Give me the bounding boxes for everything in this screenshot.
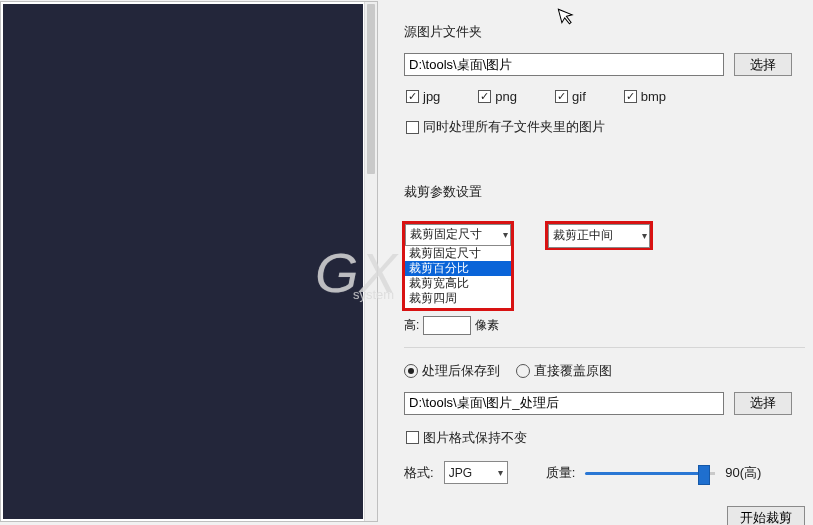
separator: [404, 347, 805, 348]
quality-slider[interactable]: [585, 463, 715, 483]
chevron-down-icon: ▾: [503, 229, 508, 240]
checkbox-keep-format-label: 图片格式保持不变: [423, 429, 527, 447]
slider-track-fill: [585, 472, 702, 475]
preview-image-area: [3, 4, 363, 519]
crop-anchor-dropdown[interactable]: 裁剪正中间 ▾: [545, 221, 653, 250]
check-icon: [555, 90, 568, 103]
format-value: JPG: [449, 466, 472, 480]
height-label: 高:: [404, 317, 419, 334]
chevron-down-icon: ▾: [498, 467, 503, 478]
slider-thumb[interactable]: [698, 465, 710, 485]
settings-pane: 源图片文件夹 选择 jpg png gif: [384, 0, 813, 525]
checkbox-recurse[interactable]: 同时处理所有子文件夹里的图片: [406, 118, 605, 136]
height-input[interactable]: [423, 316, 471, 335]
checkbox-bmp-label: bmp: [641, 89, 666, 104]
crop-mode-selected-label: 裁剪固定尺寸: [410, 226, 482, 243]
check-icon: [406, 90, 419, 103]
crop-title: 裁剪参数设置: [404, 153, 805, 213]
source-path-input[interactable]: [404, 53, 724, 76]
crop-mode-list: 裁剪固定尺寸 裁剪百分比 裁剪宽高比 裁剪四周: [405, 246, 511, 306]
crop-mode-selected[interactable]: 裁剪固定尺寸 ▾: [405, 224, 511, 246]
source-title: 源图片文件夹: [404, 1, 805, 53]
radio-icon: [404, 364, 418, 378]
checkbox-jpg-label: jpg: [423, 89, 440, 104]
output-section: 处理后保存到 直接覆盖原图 选择 图片格式保持不变 格式:: [404, 362, 805, 526]
scroll-thumb[interactable]: [367, 4, 375, 174]
quality-value: 90(高): [725, 464, 761, 482]
format-select[interactable]: JPG ▾: [444, 461, 508, 484]
preview-scrollbar[interactable]: [364, 2, 377, 521]
quality-label: 质量:: [546, 464, 576, 482]
checkbox-jpg[interactable]: jpg: [406, 89, 440, 104]
checkbox-bmp[interactable]: bmp: [624, 89, 666, 104]
crop-anchor-selected-label: 裁剪正中间: [553, 227, 613, 244]
radio-icon: [516, 364, 530, 378]
checkbox-png[interactable]: png: [478, 89, 517, 104]
radio-save-to-label: 处理后保存到: [422, 362, 500, 380]
output-path-input[interactable]: [404, 392, 724, 415]
radio-overwrite[interactable]: 直接覆盖原图: [516, 362, 612, 380]
checkbox-keep-format[interactable]: 图片格式保持不变: [406, 429, 527, 447]
check-icon: [406, 121, 419, 134]
crop-anchor-selected[interactable]: 裁剪正中间 ▾: [548, 224, 650, 248]
browse-output-button[interactable]: 选择: [734, 392, 792, 415]
crop-mode-option[interactable]: 裁剪四周: [405, 291, 511, 306]
check-icon: [406, 431, 419, 444]
check-icon: [478, 90, 491, 103]
crop-section: 裁剪参数设置 裁剪固定尺寸 ▾ 裁剪固定尺寸 裁剪百分比 裁剪宽高比 裁剪四周: [404, 153, 805, 331]
crop-mode-option[interactable]: 裁剪宽高比: [405, 276, 511, 291]
checkbox-gif-label: gif: [572, 89, 586, 104]
unit-label: 像素: [475, 317, 499, 334]
crop-mode-option[interactable]: 裁剪固定尺寸: [405, 246, 511, 261]
checkbox-gif[interactable]: gif: [555, 89, 586, 104]
radio-save-to[interactable]: 处理后保存到: [404, 362, 500, 380]
check-icon: [624, 90, 637, 103]
checkbox-recurse-label: 同时处理所有子文件夹里的图片: [423, 118, 605, 136]
format-label: 格式:: [404, 464, 434, 482]
browse-source-button[interactable]: 选择: [734, 53, 792, 76]
chevron-down-icon: ▾: [642, 230, 647, 241]
crop-mode-option[interactable]: 裁剪百分比: [405, 261, 511, 276]
crop-mode-dropdown[interactable]: 裁剪固定尺寸 ▾ 裁剪固定尺寸 裁剪百分比 裁剪宽高比 裁剪四周: [402, 221, 514, 311]
preview-pane: [0, 1, 378, 522]
radio-overwrite-label: 直接覆盖原图: [534, 362, 612, 380]
checkbox-png-label: png: [495, 89, 517, 104]
source-section: 源图片文件夹 选择 jpg png gif: [404, 1, 805, 137]
run-button[interactable]: 开始裁剪: [727, 506, 805, 525]
